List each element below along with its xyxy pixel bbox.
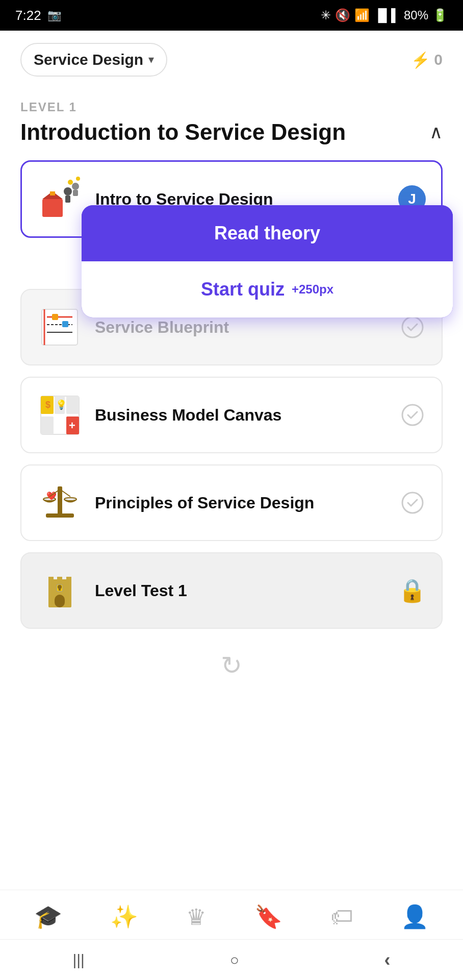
read-theory-button[interactable]: Read theory xyxy=(82,205,453,261)
status-bar: 7:22 📷 ✳ 🔇 📶 ▐▌▌ 80% 🔋 xyxy=(0,0,463,31)
wifi-icon: 📶 xyxy=(354,8,370,22)
scroll-hint-area: ↻ xyxy=(20,640,443,701)
svg-point-3 xyxy=(64,187,72,195)
leaderboard-nav-icon: ♛ xyxy=(186,904,206,930)
streak-area: ⚡ 0 xyxy=(411,51,443,69)
principles-icon-container: ❤️ xyxy=(37,480,83,526)
principles-check-icon xyxy=(399,489,426,517)
blueprint-icon-container xyxy=(37,304,83,350)
bottom-nav: 🎓 ✨ ♛ 🔖 🏷 👤 xyxy=(0,890,463,939)
svg-rect-28 xyxy=(46,513,74,518)
battery-icon: 🔋 xyxy=(432,8,448,22)
svg-rect-6 xyxy=(73,190,78,196)
lesson-card-level-test[interactable]: Level Test 1 🔒 xyxy=(20,552,443,629)
nav-tags[interactable]: 🏷 xyxy=(322,900,361,934)
streak-count: 0 xyxy=(434,51,443,68)
nav-home[interactable]: 🎓 xyxy=(26,899,70,934)
bmc-lesson-icon: $ 💡 + xyxy=(38,394,82,437)
start-quiz-button[interactable]: Start quiz +250px xyxy=(82,261,453,317)
signal-icon: ▐▌▌ xyxy=(374,8,400,22)
svg-rect-39 xyxy=(55,595,65,607)
svg-rect-0 xyxy=(42,199,63,217)
svg-rect-20 xyxy=(66,396,79,414)
course-selector-button[interactable]: Service Design ▾ xyxy=(20,43,167,77)
svg-text:+: + xyxy=(69,419,75,432)
level-test-lesson-title: Level Test 1 xyxy=(95,581,386,600)
achievements-nav-icon: ✨ xyxy=(110,903,138,930)
chevron-down-icon: ▾ xyxy=(148,53,154,66)
bmc-icon-container: $ 💡 + xyxy=(37,392,83,438)
home-nav-icon: 🎓 xyxy=(34,903,62,930)
svg-rect-2 xyxy=(50,191,55,195)
mute-icon: 🔇 xyxy=(335,8,350,22)
level-title-row: Introduction to Service Design ∧ xyxy=(20,119,443,145)
intro-lesson-icon xyxy=(37,176,83,222)
nav-leaderboard[interactable]: ♛ xyxy=(178,900,214,934)
intro-icon-container xyxy=(37,176,83,222)
svg-point-26 xyxy=(402,405,423,425)
bookmarks-nav-icon: 🔖 xyxy=(254,903,282,930)
course-selector-text: Service Design xyxy=(34,51,143,68)
system-home-button[interactable]: ○ xyxy=(220,946,249,974)
level-label: LEVEL 1 xyxy=(20,100,443,114)
status-right: ✳ 🔇 📶 ▐▌▌ 80% 🔋 xyxy=(321,8,448,22)
svg-point-16 xyxy=(402,317,423,337)
svg-point-30 xyxy=(64,498,76,501)
header: Service Design ▾ ⚡ 0 xyxy=(0,31,463,85)
svg-point-7 xyxy=(68,180,73,185)
svg-point-34 xyxy=(402,493,423,513)
lesson-popup: Read theory Start quiz +250px xyxy=(82,205,453,317)
principles-lesson-title: Principles of Service Design xyxy=(95,494,387,512)
system-nav: ||| ○ ‹ xyxy=(0,939,463,980)
lesson-card-bmc[interactable]: $ 💡 + Business Model Canvas xyxy=(20,377,443,453)
svg-rect-42 xyxy=(59,588,61,591)
collapse-icon[interactable]: ∧ xyxy=(429,121,443,143)
status-left: 7:22 📷 xyxy=(15,8,61,23)
svg-rect-14 xyxy=(62,321,68,327)
level-test-lesson-icon xyxy=(38,569,82,612)
system-back-button[interactable]: ‹ xyxy=(374,944,401,976)
read-theory-label: Read theory xyxy=(214,223,320,243)
svg-point-8 xyxy=(76,177,80,181)
camera-icon: 📷 xyxy=(47,9,61,22)
svg-rect-37 xyxy=(57,577,62,583)
svg-rect-38 xyxy=(66,577,71,583)
time-display: 7:22 xyxy=(15,8,41,23)
blueprint-lesson-icon xyxy=(39,307,80,348)
blueprint-check-icon xyxy=(399,313,426,341)
scroll-hint-icon-1: ↻ xyxy=(221,651,242,680)
level-title: Introduction to Service Design xyxy=(20,119,429,145)
svg-rect-13 xyxy=(52,314,58,320)
quiz-bonus-label: +250px xyxy=(292,282,333,297)
nav-achievements[interactable]: ✨ xyxy=(102,899,146,934)
svg-point-5 xyxy=(72,183,79,190)
start-quiz-label: Start quiz xyxy=(201,279,285,300)
nav-profile[interactable]: 👤 xyxy=(393,899,437,934)
nav-bookmarks[interactable]: 🔖 xyxy=(246,899,291,934)
system-menu-button[interactable]: ||| xyxy=(62,946,94,974)
streak-icon: ⚡ xyxy=(411,51,430,69)
battery-display: 80% xyxy=(404,8,428,22)
svg-text:💡: 💡 xyxy=(56,399,67,410)
profile-nav-icon: 👤 xyxy=(401,903,429,930)
svg-rect-9 xyxy=(42,309,78,345)
blueprint-lesson-title: Service Blueprint xyxy=(95,318,387,337)
svg-rect-21 xyxy=(41,416,54,434)
bmc-check-icon xyxy=(399,401,426,429)
lesson-card-principles[interactable]: ❤️ Principles of Service Design xyxy=(20,464,443,541)
main-content: LEVEL 1 Introduction to Service Design ∧ xyxy=(0,85,463,701)
principles-lesson-icon: ❤️ xyxy=(38,481,82,525)
svg-text:$: $ xyxy=(45,400,50,410)
svg-rect-36 xyxy=(48,577,54,583)
bmc-lesson-title: Business Model Canvas xyxy=(95,406,387,425)
tags-nav-icon: 🏷 xyxy=(330,904,353,929)
bluetooth-icon: ✳ xyxy=(321,8,331,22)
level-test-icon-container xyxy=(37,568,83,614)
lock-icon: 🔒 xyxy=(398,577,426,604)
svg-rect-4 xyxy=(65,195,70,203)
